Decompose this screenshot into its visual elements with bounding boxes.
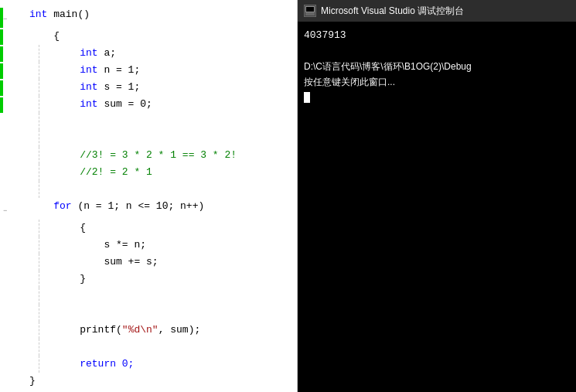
code-segment: for	[29, 200, 72, 212]
line-gutter-8	[0, 147, 26, 164]
console-titlebar: Microsoft Visual Studio 调试控制台	[298, 0, 576, 22]
code-segment: s *= n;	[56, 239, 146, 251]
code-line-14: sum += s;	[0, 254, 297, 271]
collapse-icon-8	[3, 148, 12, 152]
collapse-icon-4	[3, 80, 12, 84]
code-line-10	[0, 181, 297, 198]
code-line-4: int s = 1;	[0, 79, 297, 96]
collapse-icon-15	[3, 272, 12, 275]
code-segment: //3! = 3 * 2 * 1 == 3 * 2!	[56, 149, 237, 161]
code-line-19	[0, 339, 297, 356]
code-line-1: {	[0, 28, 297, 45]
line-text-3: int n = 1;	[53, 62, 297, 79]
line-gutter-21	[0, 373, 26, 390]
code-line-15: }	[0, 271, 297, 288]
collapse-icon-2	[3, 46, 12, 49]
collapse-icon-11[interactable]: −	[3, 199, 12, 220]
code-segment: sum = 0;	[98, 98, 152, 110]
console-path-line: D:\C语言代码\博客\循环\B1OG(2)\Debug	[304, 59, 570, 74]
code-segment: int	[56, 47, 98, 59]
console-body: 4037913 D:\C语言代码\博客\循环\B1OG(2)\Debug 按任意…	[298, 22, 576, 392]
collapse-icon-12	[3, 221, 12, 224]
code-line-16	[0, 288, 297, 305]
code-line-8: //3! = 3 * 2 * 1 == 3 * 2!	[0, 147, 297, 164]
cursor-block	[304, 92, 310, 103]
code-segment: }	[56, 273, 86, 285]
code-segment: main()	[53, 9, 90, 20]
dashed-indent-15	[39, 271, 53, 288]
code-line-20: return 0;	[0, 356, 297, 373]
code-line-13: s *= n;	[0, 237, 297, 254]
line-text-1: {	[26, 28, 297, 45]
line-gutter-16	[0, 288, 26, 305]
dashed-indent-19	[39, 339, 53, 356]
line-text-6	[53, 113, 297, 130]
code-line-3: int n = 1;	[0, 62, 297, 79]
code-line-2: int a;	[0, 45, 297, 62]
collapse-icon-17	[3, 306, 12, 309]
line-gutter-1	[0, 28, 26, 45]
line-text-0: int main()	[26, 6, 297, 28]
collapse-icon-6	[3, 114, 12, 118]
code-segment: sum += s;	[56, 256, 158, 268]
code-line-0: −int main()	[0, 6, 297, 28]
collapse-icon-21	[3, 374, 12, 377]
line-text-4: int s = 1;	[53, 79, 297, 96]
line-gutter-14	[0, 254, 26, 271]
line-gutter-7	[0, 130, 26, 147]
code-segment: "%d\n"	[122, 324, 158, 336]
code-segment: }	[29, 375, 36, 387]
console-output-number: 4037913	[304, 28, 570, 43]
code-line-5: int sum = 0;	[0, 96, 297, 113]
dashed-indent-20	[39, 356, 53, 373]
line-text-18: printf("%d\n", sum);	[53, 322, 297, 339]
dashed-indent-14	[39, 254, 53, 271]
collapse-icon-5	[3, 97, 12, 101]
debug-console: Microsoft Visual Studio 调试控制台 4037913 D:…	[298, 0, 576, 392]
dashed-indent-17	[39, 305, 53, 322]
collapse-icon-14	[3, 255, 12, 258]
line-gutter-12	[0, 220, 26, 237]
console-title: Microsoft Visual Studio 调试控制台	[321, 5, 464, 18]
dashed-indent-16	[39, 288, 53, 305]
collapse-icon-18	[3, 323, 12, 326]
code-line-12: {	[0, 220, 297, 237]
dashed-indent-2	[39, 45, 53, 62]
code-line-11: − for (n = 1; n <= 10; n++)	[0, 198, 297, 220]
code-line-18: printf("%d\n", sum);	[0, 322, 297, 339]
code-segment: a;	[98, 47, 116, 59]
code-segment: printf(	[56, 324, 122, 336]
collapse-icon-16	[3, 289, 12, 292]
code-segment: , sum);	[158, 324, 201, 336]
code-line-9: //2! = 2 * 1	[0, 164, 297, 181]
code-segment: s = 1;	[98, 81, 141, 93]
dashed-indent-18	[39, 322, 53, 339]
line-text-14: sum += s;	[53, 254, 297, 271]
line-gutter-13	[0, 237, 26, 254]
line-text-13: s *= n;	[53, 237, 297, 254]
dashed-indent-6	[39, 113, 53, 130]
svg-rect-2	[305, 13, 315, 15]
dashed-indent-5	[39, 96, 53, 113]
code-segment: {	[29, 30, 60, 42]
line-gutter-2	[0, 45, 26, 62]
code-segment: int	[56, 98, 98, 110]
dashed-indent-7	[39, 130, 53, 147]
code-segment: n = 1;	[98, 64, 141, 76]
line-gutter-11: −	[0, 198, 26, 220]
console-window-icon	[304, 5, 316, 17]
code-segment: int	[56, 81, 98, 93]
code-segment: {	[56, 222, 86, 233]
code-line-6	[0, 113, 297, 130]
line-gutter-18	[0, 322, 26, 339]
code-editor: −int main() { int a; int n = 1; int s = …	[0, 0, 298, 392]
collapse-icon-0[interactable]: −	[3, 8, 12, 28]
code-content: −int main() { int a; int n = 1; int s = …	[0, 0, 297, 392]
dashed-indent-9	[39, 164, 53, 181]
line-text-19	[53, 339, 297, 356]
line-gutter-0: −	[0, 6, 26, 28]
svg-rect-1	[306, 7, 314, 12]
code-segment: int	[29, 9, 53, 20]
line-gutter-5	[0, 96, 26, 113]
line-text-8: //3! = 3 * 2 * 1 == 3 * 2!	[53, 147, 297, 164]
